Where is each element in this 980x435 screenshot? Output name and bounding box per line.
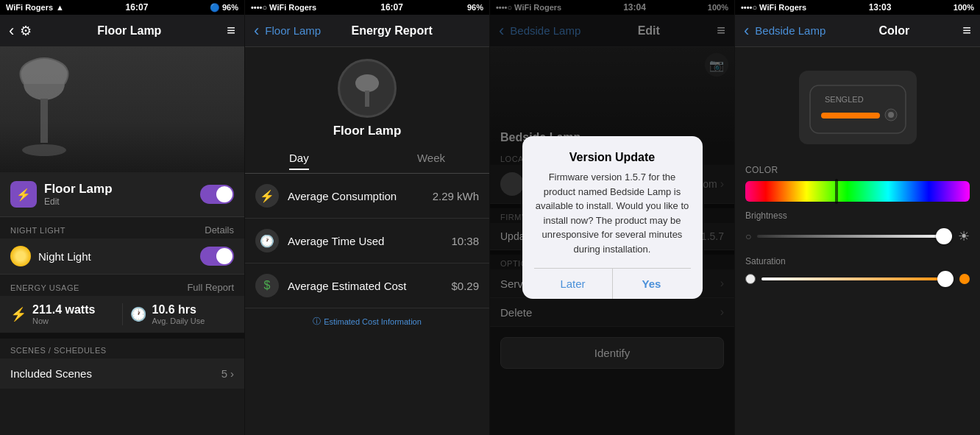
back-label-4[interactable]: Bedside Lamp <box>755 24 825 37</box>
color-spectrum[interactable] <box>745 181 970 202</box>
device-edit-1[interactable]: Edit <box>44 197 113 207</box>
saturation-min-icon <box>745 274 756 284</box>
day-week-tabs: Day Week <box>245 147 489 174</box>
time-used-value: 10:38 <box>451 235 479 247</box>
svg-text:SENGLED: SENGLED <box>825 95 864 104</box>
nav-title-4: Color <box>878 24 909 38</box>
scenes-text: Included Scenes <box>10 367 92 380</box>
nav-bar-2: ‹ Floor Lamp Energy Report <box>245 15 489 47</box>
brightness-max-icon: ☀ <box>958 228 970 244</box>
hours-sub: Avg. Daily Use <box>152 316 205 325</box>
info-icon: ⓘ <box>313 316 321 327</box>
nav-bar-4: ‹ Bedside Lamp Color ≡ <box>735 15 980 47</box>
spectrum-marker <box>835 179 838 204</box>
power-toggle-1[interactable] <box>200 185 234 204</box>
yes-button[interactable]: Yes <box>613 269 691 299</box>
brightness-thumb[interactable] <box>936 228 952 244</box>
consumption-label: Average Consumption <box>288 190 433 202</box>
modal-message: Firmware version 1.5.7 for the product n… <box>534 170 691 256</box>
color-section-label: Color <box>735 162 980 178</box>
svg-rect-1 <box>40 99 48 143</box>
back-button-2[interactable]: ‹ <box>254 21 259 40</box>
time-2: 16:07 <box>380 2 403 13</box>
settings-icon-1[interactable]: ⚙ <box>20 23 32 39</box>
night-light-label: NIGHT LIGHT <box>10 226 65 235</box>
nav-bar-1: ‹ ⚙ Floor Lamp ≡ <box>0 15 244 47</box>
svg-point-4 <box>355 74 379 92</box>
brightness-label: Brightness <box>735 205 980 222</box>
energy-item-2: $ Average Estimated Cost $0.29 <box>245 264 489 308</box>
nav-title-1: Floor Lamp <box>97 24 161 38</box>
wifi-icon-1: ▲ <box>56 3 64 12</box>
svg-point-10 <box>888 112 894 118</box>
back-button-4[interactable]: ‹ <box>744 21 749 40</box>
night-light-section: NIGHT LIGHT Details <box>0 217 244 238</box>
modal-title: Version Update <box>569 151 655 164</box>
full-report-link[interactable]: Full Report <box>187 282 234 293</box>
modal-buttons: Later Yes <box>534 268 691 299</box>
hero-image-1 <box>0 47 244 172</box>
later-button[interactable]: Later <box>534 269 612 299</box>
time-used-icon: 🕐 <box>255 229 279 252</box>
carrier-4: ••••○ WiFi Rogers <box>741 3 806 12</box>
energy-device-name: Floor Lamp <box>245 124 489 138</box>
saturation-thumb[interactable] <box>937 271 954 287</box>
status-bar-2: ••••○ WiFi Rogers 16:07 96% <box>245 0 489 15</box>
lamp-photo-1 <box>0 47 244 172</box>
carrier-1: WiFi Rogers <box>6 3 53 12</box>
panel-bedside-lamp: ••••○ WiFi Rogers 13:04 100% ‹ Bedside L… <box>490 0 735 435</box>
battery-1: 96% <box>222 3 238 12</box>
saturation-slider[interactable] <box>761 277 954 280</box>
brightness-min-icon: ○ <box>745 230 751 242</box>
night-light-toggle[interactable] <box>200 247 234 266</box>
svg-rect-8 <box>821 113 880 119</box>
chevron-right-icon: › <box>230 367 234 380</box>
carrier-2: ••••○ WiFi Rogers <box>251 3 316 12</box>
menu-icon-1[interactable]: ≡ <box>227 22 235 39</box>
device-name-1: Floor Lamp <box>44 182 113 197</box>
nav-title-2: Energy Report <box>351 24 432 38</box>
scenes-count: 5 <box>221 367 227 380</box>
svg-point-2 <box>22 144 66 156</box>
status-bar-1: WiFi Rogers ▲ 16:07 🔵 96% <box>0 0 244 15</box>
color-device-img: SENGLED <box>799 71 917 144</box>
saturation-label: Saturation <box>735 250 980 268</box>
scenes-label: SCENES / SCHEDULES <box>10 346 107 355</box>
brightness-slider-row: ○ ☀ <box>735 222 980 250</box>
energy-item-1: 🕐 Average Time Used 10:38 <box>245 219 489 264</box>
bolt-icon: ⚡ <box>10 306 26 322</box>
panel-color: ••••○ WiFi Rogers 13:03 100% ‹ Bedside L… <box>735 0 980 435</box>
status-bar-4: ••••○ WiFi Rogers 13:03 100% <box>735 0 980 15</box>
night-light-row: Night Light <box>0 238 244 275</box>
energy-usage-row: ⚡ 211.4 watts Now 🕐 10.6 hrs Avg. Daily … <box>0 296 244 333</box>
energy-section: ENERGY USAGE Full Report <box>0 275 244 296</box>
estimated-cost-note[interactable]: ⓘ Estimated Cost Information <box>245 308 489 334</box>
brightness-slider[interactable] <box>757 235 952 238</box>
battery-2: 96% <box>467 3 483 12</box>
device-info-1: ⚡ Floor Lamp Edit <box>0 172 244 217</box>
night-light-icon <box>10 246 31 266</box>
details-link[interactable]: Details <box>205 224 234 236</box>
cost-icon: $ <box>255 274 279 297</box>
back-button-1[interactable]: ‹ <box>9 21 14 40</box>
panel-energy-report: ••••○ WiFi Rogers 16:07 96% ‹ Floor Lamp… <box>245 0 490 435</box>
back-label-2[interactable]: Floor Lamp <box>265 24 321 37</box>
tab-day[interactable]: Day <box>289 147 309 170</box>
consumption-value: 2.29 kWh <box>433 190 479 202</box>
scenes-section: SCENES / SCHEDULES <box>0 339 244 358</box>
energy-item-0: ⚡ Average Consumption 2.29 kWh <box>245 174 489 219</box>
scenes-row[interactable]: Included Scenes 5 › <box>0 358 244 389</box>
modal-box: Version Update Firmware version 1.5.7 fo… <box>522 136 703 299</box>
energy-label: ENERGY USAGE <box>10 283 79 292</box>
cost-value: $0.29 <box>451 280 479 292</box>
hours-value: 10.6 hrs <box>152 303 205 316</box>
panel-floor-lamp: WiFi Rogers ▲ 16:07 🔵 96% ‹ ⚙ Floor Lamp… <box>0 0 245 435</box>
menu-icon-4[interactable]: ≡ <box>962 22 971 39</box>
battery-4: 100% <box>954 3 974 12</box>
tab-week[interactable]: Week <box>417 147 445 170</box>
version-update-modal: Version Update Firmware version 1.5.7 fo… <box>490 0 734 435</box>
consumption-icon: ⚡ <box>255 184 279 208</box>
watts-sub: Now <box>32 316 95 325</box>
saturation-max-icon <box>959 274 970 284</box>
energy-device-avatar <box>338 59 397 118</box>
